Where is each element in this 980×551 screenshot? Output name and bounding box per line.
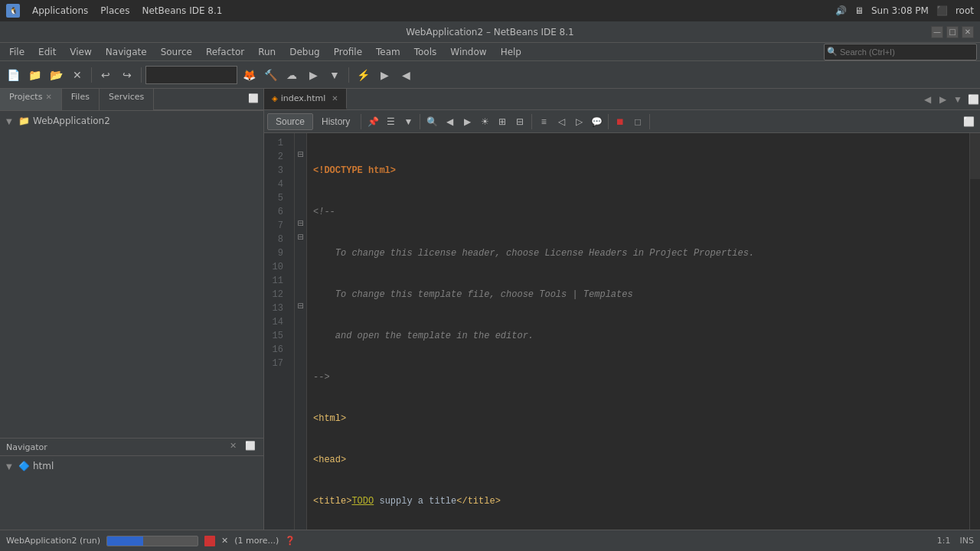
fold-8[interactable]: ⊟ xyxy=(295,230,306,243)
close-project-btn[interactable]: ✕ xyxy=(67,65,87,85)
toggle-highlight-btn[interactable]: ☀ xyxy=(476,113,493,130)
shift-right-btn[interactable]: ▷ xyxy=(570,113,587,130)
maximize-button[interactable]: □ xyxy=(946,26,959,38)
tab-nav-dropdown[interactable]: ▼ xyxy=(951,93,965,106)
editor-tabs: ◈ index.html ✕ ◀ ▶ ▼ ⬜ xyxy=(264,89,980,110)
volume-icon: 🔊 xyxy=(835,5,847,16)
toggle-bookmarks-btn[interactable]: 📌 xyxy=(364,113,381,130)
stop-btn[interactable]: ⏹ xyxy=(612,113,629,130)
panel-tabs: Projects✕ Files Services ⬜ xyxy=(0,89,263,111)
menu-source[interactable]: Source xyxy=(155,45,198,59)
nav-expander[interactable]: ▼ xyxy=(6,462,15,471)
code-content[interactable]: <!DOCTYPE html> <!-- To change this lice… xyxy=(307,133,969,530)
ln-14: 14 xyxy=(264,315,288,329)
sep1 xyxy=(91,67,92,83)
profile-run-btn[interactable]: ◀ xyxy=(396,65,416,85)
toggle-linenum-btn[interactable]: ☰ xyxy=(382,113,399,130)
new-file-btn[interactable]: 📁 xyxy=(24,65,44,85)
fold-2[interactable]: ⊟ xyxy=(295,147,306,161)
minimize-button[interactable]: — xyxy=(931,26,943,38)
places-menu[interactable]: Places xyxy=(100,5,129,16)
toolbar-search-input[interactable] xyxy=(145,66,237,84)
record-btn[interactable]: ◻ xyxy=(629,113,646,130)
run-label: WebApplication2 (run) xyxy=(6,536,100,546)
find-prev-btn[interactable]: ◀ xyxy=(441,113,458,130)
editor-panel: ◈ index.html ✕ ◀ ▶ ▼ ⬜ Source History 📌 … xyxy=(264,89,980,530)
editor-expand-btn[interactable]: ⬜ xyxy=(960,113,977,130)
code-editor[interactable]: 1 2 3 4 5 6 7 8 9 10 11 12 13 14 15 16 1… xyxy=(264,133,980,530)
system-bar-right: 🔊 🖥 Sun 3:08 PM ⬛ root xyxy=(835,5,974,16)
tab-services[interactable]: Services xyxy=(100,89,154,110)
find-btn[interactable]: 🔍 xyxy=(423,113,440,130)
clean-build-btn[interactable]: ☁ xyxy=(282,65,302,85)
code-line-7: <html> xyxy=(313,412,963,425)
ln-4: 4 xyxy=(264,178,288,191)
menu-debug[interactable]: Debug xyxy=(283,45,325,59)
history-tab-btn[interactable]: History xyxy=(314,114,358,129)
tab-nav-next[interactable]: ▶ xyxy=(936,93,949,106)
expand-all-btn[interactable]: ⊞ xyxy=(494,113,511,130)
menu-tools[interactable]: Tools xyxy=(408,45,443,59)
nav-panel-controls: ✕ ⬜ xyxy=(230,441,257,453)
tree-item-webapp[interactable]: ▼ 📁 WebApplication2 xyxy=(3,114,260,128)
status-right: 1:1 INS xyxy=(937,536,974,546)
close-button[interactable]: ✕ xyxy=(962,26,974,38)
fold-7[interactable]: ⊟ xyxy=(295,216,306,230)
toggle-more-btn[interactable]: ▼ xyxy=(400,113,416,130)
undo-btn[interactable]: ↩ xyxy=(96,65,116,85)
nav-tree-item-html[interactable]: ▼ 🔷 html xyxy=(6,459,257,473)
menu-view[interactable]: View xyxy=(64,45,97,59)
editor-tab-index-html[interactable]: ◈ index.html ✕ xyxy=(264,89,347,109)
menu-window[interactable]: Window xyxy=(444,45,492,59)
menu-run[interactable]: Run xyxy=(252,45,282,59)
collapse-all-btn[interactable]: ⊟ xyxy=(511,113,528,130)
new-project-btn[interactable]: 📄 xyxy=(3,65,23,85)
browser-btn[interactable]: 🦊 xyxy=(239,65,259,85)
run-more-btn[interactable]: ▼ xyxy=(325,65,345,85)
fold-13[interactable]: ⊟ xyxy=(295,298,306,312)
tab-files[interactable]: Files xyxy=(62,89,100,110)
menu-file[interactable]: File xyxy=(3,45,31,59)
menu-edit[interactable]: Edit xyxy=(32,45,62,59)
close-projects-tab[interactable]: ✕ xyxy=(45,93,51,101)
toggle-comment-btn[interactable]: 💬 xyxy=(588,113,605,130)
tree-expander[interactable]: ▼ xyxy=(6,117,15,126)
source-tab-btn[interactable]: Source xyxy=(267,113,313,130)
run-btn[interactable]: ▶ xyxy=(303,65,323,85)
nav-close-icon[interactable]: ✕ xyxy=(230,441,242,453)
editor-minimap[interactable] xyxy=(969,133,980,530)
deploy-btn[interactable]: ⚡ xyxy=(353,65,373,85)
tab-maximize[interactable]: ⬜ xyxy=(966,93,980,106)
close-editor-tab[interactable]: ✕ xyxy=(332,94,338,103)
status-stop-btn[interactable] xyxy=(204,536,215,546)
debug-run-btn[interactable]: ▶ xyxy=(374,65,394,85)
code-line-2: <!-- xyxy=(313,205,963,219)
main-search-input[interactable] xyxy=(824,44,977,60)
fold-9 xyxy=(295,243,306,257)
code-line-6: --> xyxy=(313,370,963,384)
status-progress-bar xyxy=(107,536,143,546)
menu-refactor[interactable]: Refactor xyxy=(200,45,250,59)
menu-help[interactable]: Help xyxy=(495,45,528,59)
nav-expand-icon[interactable]: ⬜ xyxy=(245,441,257,453)
tab-nav-prev[interactable]: ◀ xyxy=(920,93,934,106)
format-btn[interactable]: ≡ xyxy=(535,113,552,130)
ln-1: 1 xyxy=(264,136,288,150)
fold-12 xyxy=(295,285,306,298)
menu-team[interactable]: Team xyxy=(370,45,407,59)
menu-bar: File Edit View Navigate Source Refactor … xyxy=(0,43,980,61)
ln-15: 15 xyxy=(264,329,288,343)
editor-tab-label: index.html xyxy=(281,93,326,103)
find-next-btn[interactable]: ▶ xyxy=(459,113,475,130)
tab-projects[interactable]: Projects✕ xyxy=(0,89,62,110)
more-label[interactable]: (1 more...) xyxy=(234,536,279,546)
sep3 xyxy=(348,67,349,83)
open-project-btn[interactable]: 📂 xyxy=(46,65,66,85)
menu-navigate[interactable]: Navigate xyxy=(100,45,153,59)
redo-btn[interactable]: ↪ xyxy=(117,65,137,85)
restore-panel-btn[interactable]: ⬜ xyxy=(248,93,260,106)
shift-left-btn[interactable]: ◁ xyxy=(553,113,570,130)
applications-menu[interactable]: Applications xyxy=(32,5,88,16)
build-btn[interactable]: 🔨 xyxy=(260,65,280,85)
menu-profile[interactable]: Profile xyxy=(328,45,368,59)
